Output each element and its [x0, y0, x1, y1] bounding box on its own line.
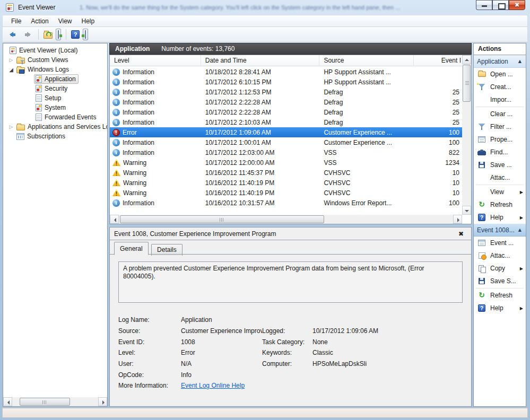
- action-event-properties[interactable]: Event ...: [474, 237, 526, 249]
- event-preview-pane: Event 1008, Customer Experience Improvem…: [109, 227, 472, 407]
- event-row[interactable]: Warning10/16/2012 11:40:19 PMCVHSVC10: [110, 178, 462, 188]
- event-row[interactable]: Warning10/16/2012 11:40:19 PMCVHSVC10: [110, 188, 462, 198]
- event-log-online-help-link[interactable]: Event Log Online Help: [181, 382, 245, 389]
- tree-item-windows-logs[interactable]: Windows Logs: [3, 65, 107, 74]
- scroll-right-button[interactable]: [453, 215, 462, 224]
- column-header-source[interactable]: Source: [319, 55, 414, 66]
- field-label: Log Name:: [118, 316, 181, 323]
- column-header-event-id[interactable]: Event I: [414, 55, 462, 66]
- scrollbar-thumb[interactable]: [120, 215, 324, 223]
- action-help-event[interactable]: Help▶: [474, 302, 526, 314]
- tree-item-applications-and-services-logs[interactable]: Applications and Services Lo: [3, 122, 107, 132]
- scroll-down-button[interactable]: [462, 206, 471, 215]
- event-row[interactable]: Information10/17/2012 1:00:01 AMCustomer…: [110, 137, 462, 147]
- list-horizontal-scrollbar[interactable]: [110, 215, 462, 224]
- event-row[interactable]: Information10/17/2012 12:03:00 AMVSS822: [110, 147, 462, 158]
- scroll-left-button[interactable]: [3, 397, 12, 406]
- field-value: 1008: [181, 338, 262, 346]
- field-value: Info: [181, 371, 262, 379]
- event-row[interactable]: Information10/17/2012 2:10:03 AMDefrag25: [110, 117, 462, 127]
- scroll-up-button[interactable]: [462, 55, 471, 64]
- information-icon: [112, 99, 120, 106]
- action-pane-toggle[interactable]: [83, 29, 88, 40]
- menu-file[interactable]: File: [7, 16, 25, 26]
- action-filter-current-log[interactable]: Filter ...: [474, 120, 526, 133]
- event-row[interactable]: Information10/17/2012 2:22:28 AMDefrag25: [110, 107, 462, 117]
- action-copy[interactable]: Copy▶: [474, 262, 526, 275]
- folder-icon: [16, 67, 25, 73]
- background-ghost-text: 1. Now, we'll do the same thing for the …: [80, 4, 446, 11]
- field-value: None: [312, 338, 463, 346]
- event-list: Level Date and Time Source Event I Infor…: [109, 55, 472, 224]
- tree-item-subscriptions[interactable]: Subscriptions: [3, 132, 107, 141]
- action-attach-task-to-event[interactable]: Attac...: [474, 249, 526, 262]
- event-row-selected[interactable]: Error10/17/2012 1:09:06 AMCustomer Exper…: [110, 127, 462, 137]
- tab-general[interactable]: General: [114, 242, 149, 255]
- action-refresh[interactable]: Refresh: [474, 198, 526, 211]
- close-preview-icon[interactable]: ✖: [455, 230, 467, 238]
- menu-view[interactable]: View: [54, 16, 76, 26]
- log-icon: [36, 104, 42, 111]
- scrollbar-thumb[interactable]: [20, 398, 70, 406]
- open-saved-log-icon[interactable]: [44, 32, 53, 39]
- event-row[interactable]: Information10/17/2012 2:22:28 AMDefrag25: [110, 97, 462, 107]
- minimize-button[interactable]: [476, 0, 492, 10]
- help-icon: [478, 214, 485, 221]
- tree-item-forwarded-events[interactable]: Forwarded Events: [3, 112, 107, 122]
- action-pane-icon: [85, 30, 86, 39]
- event-row[interactable]: Information10/17/2012 6:10:15 PMHP Suppo…: [110, 77, 462, 87]
- error-icon: [112, 129, 120, 136]
- actions-section-event-1008[interactable]: Event 1008... ▲: [474, 224, 526, 237]
- action-save-all-events[interactable]: Save ...: [474, 159, 526, 171]
- actions-section-application[interactable]: Application ▲: [474, 55, 526, 68]
- action-refresh-event[interactable]: Refresh: [474, 289, 526, 302]
- tree-item-application[interactable]: Application: [3, 74, 107, 84]
- event-row[interactable]: Information10/16/2012 10:31:57 AMWindows…: [110, 198, 462, 208]
- menu-action[interactable]: Action: [27, 16, 53, 26]
- scroll-right-button[interactable]: [98, 397, 107, 406]
- action-attach-task[interactable]: Attac...: [474, 171, 526, 184]
- help-icon[interactable]: [71, 30, 80, 39]
- expander-collapsed-icon[interactable]: [7, 124, 15, 129]
- action-create-custom-view[interactable]: Creat...: [474, 81, 526, 93]
- event-row[interactable]: Information10/17/2012 1:12:53 PMDefrag25: [110, 87, 462, 97]
- scrollbar-thumb[interactable]: [463, 65, 471, 102]
- information-icon: [112, 109, 120, 116]
- event-row[interactable]: Warning10/16/2012 11:45:37 PMCVHSVC10: [110, 168, 462, 178]
- list-vertical-scrollbar[interactable]: [462, 55, 471, 215]
- tree-item-setup[interactable]: Setup: [3, 93, 107, 103]
- tab-details[interactable]: Details: [151, 244, 183, 256]
- tree-item-security[interactable]: Security: [3, 84, 107, 93]
- scroll-left-button[interactable]: [110, 215, 119, 224]
- event-row[interactable]: Warning10/17/2012 12:00:00 AMVSS1234: [110, 158, 462, 168]
- submenu-arrow-icon: ▶: [520, 190, 523, 195]
- console-tree-toggle[interactable]: [56, 29, 61, 40]
- action-find[interactable]: Find...: [474, 146, 526, 159]
- collapse-icon[interactable]: ▲: [518, 228, 522, 232]
- save-icon: [479, 162, 485, 168]
- action-properties[interactable]: Prope...: [474, 133, 526, 146]
- close-button[interactable]: [509, 0, 525, 10]
- event-viewer-app-icon: [6, 3, 14, 12]
- action-open-saved-log[interactable]: Open ...: [474, 68, 526, 81]
- tree-horizontal-scrollbar[interactable]: [3, 397, 107, 406]
- forward-icon[interactable]: [22, 30, 33, 39]
- expander-expanded-icon[interactable]: [7, 67, 15, 73]
- tree-item-event-viewer-local[interactable]: Event Viewer (Local): [3, 46, 107, 55]
- tree-item-custom-views[interactable]: Custom Views: [3, 55, 107, 65]
- action-save-selected-events[interactable]: Save S...: [474, 275, 526, 287]
- field-label: Task Category:: [262, 338, 312, 346]
- action-view[interactable]: View▶: [474, 186, 526, 198]
- collapse-icon[interactable]: ▲: [518, 59, 522, 64]
- column-header-date[interactable]: Date and Time: [201, 55, 320, 66]
- column-header-level[interactable]: Level: [110, 55, 201, 66]
- menu-help[interactable]: Help: [77, 16, 99, 26]
- tree-item-system[interactable]: System: [3, 103, 107, 112]
- event-row[interactable]: Information10/18/2012 8:28:41 AMHP Suppo…: [110, 67, 462, 77]
- action-help[interactable]: Help▶: [474, 211, 526, 224]
- expander-collapsed-icon[interactable]: [7, 57, 15, 63]
- back-icon[interactable]: [7, 30, 19, 39]
- restore-button[interactable]: [492, 0, 509, 10]
- action-clear-log[interactable]: Clear ...: [474, 108, 526, 120]
- action-import-custom-view[interactable]: Impor...: [474, 93, 526, 106]
